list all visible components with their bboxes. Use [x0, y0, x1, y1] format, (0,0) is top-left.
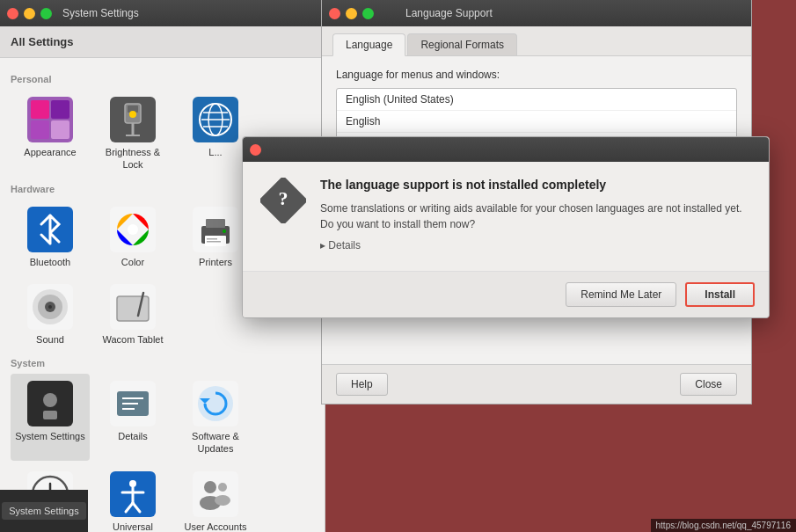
help-button[interactable]: Help [336, 373, 388, 396]
alert-details[interactable]: ▸ Details [320, 239, 751, 251]
window-title: System Settings [62, 7, 139, 19]
lang-max-btn[interactable] [362, 8, 374, 19]
sidebar-item-software[interactable]: Software & Updates [176, 374, 255, 461]
alert-icon: ? [260, 178, 306, 223]
alert-footer: Remind Me Later Install [243, 271, 769, 317]
sidebar-item-appearance[interactable]: Appearance [11, 90, 90, 177]
svg-rect-23 [207, 238, 217, 240]
taskbar: System Settings [0, 490, 88, 532]
details-icon [110, 381, 156, 426]
svg-point-58 [218, 483, 227, 492]
appearance-label: Appearance [24, 146, 76, 158]
universal-label: Universal Access [97, 521, 169, 532]
remind-later-button[interactable]: Remind Me Later [566, 282, 676, 307]
alert-message: Some translations or writing aids availa… [320, 200, 751, 232]
svg-rect-4 [51, 120, 69, 139]
sidebar-item-brightness[interactable]: Brightness & Lock [93, 90, 172, 177]
color-label: Color [121, 256, 144, 268]
lang-min-btn[interactable] [346, 8, 357, 19]
svg-point-34 [43, 393, 57, 407]
lang-title-bar: Language Support [322, 0, 751, 26]
install-button[interactable]: Install [685, 282, 755, 307]
brightness-icon [110, 97, 156, 142]
system-settings-label: System Settings [15, 430, 84, 442]
language-label: L... [208, 146, 222, 158]
lang-window-title: Language Support [405, 7, 493, 19]
accounts-label: User Accounts [185, 521, 247, 532]
svg-point-59 [215, 495, 230, 506]
svg-rect-24 [207, 241, 221, 243]
software-icon [193, 381, 238, 426]
alert-close-button[interactable] [250, 144, 261, 156]
svg-point-30 [48, 305, 52, 309]
accounts-icon [193, 471, 238, 517]
svg-point-8 [129, 111, 136, 118]
brightness-label: Brightness & Lock [97, 146, 169, 171]
minimize-button[interactable] [24, 8, 35, 19]
lang-item-en-us[interactable]: English (United States) [337, 89, 736, 111]
sound-label: Sound [36, 333, 64, 346]
lang-footer: Help Close [322, 364, 751, 404]
svg-rect-3 [31, 120, 49, 139]
tab-language[interactable]: Language [332, 33, 405, 56]
universal-icon [110, 471, 156, 517]
wacom-label: Wacom Tablet [102, 333, 163, 346]
bluetooth-icon [27, 207, 73, 252]
alert-title-bar [243, 137, 769, 162]
color-icon [110, 207, 156, 252]
alert-body: ? The language support is not installed … [243, 162, 769, 271]
sidebar-item-bluetooth[interactable]: Bluetooth [11, 200, 90, 273]
system-section-label: System [11, 358, 314, 368]
svg-text:?: ? [279, 187, 288, 209]
printers-label: Printers [199, 256, 232, 268]
lang-body-label: Language for menus and windows: [336, 69, 737, 81]
printers-icon [193, 207, 238, 252]
url-bar: https://blog.csdn.net/qq_45797116 [651, 519, 796, 532]
appearance-icon [27, 97, 73, 142]
sidebar-item-wacom[interactable]: Wacom Tablet [93, 277, 172, 351]
lang-close-button[interactable]: Close [680, 373, 737, 396]
taskbar-system-settings[interactable]: System Settings [2, 502, 85, 520]
language-icon [193, 97, 238, 142]
svg-rect-1 [31, 100, 49, 119]
alert-content: The language support is not installed co… [320, 178, 751, 255]
lang-close-btn[interactable] [329, 8, 340, 19]
details-label: Details [118, 430, 148, 442]
svg-point-18 [128, 224, 138, 235]
personal-section-label: Personal [11, 74, 314, 84]
svg-point-25 [223, 230, 226, 233]
sidebar-item-sound[interactable]: Sound [11, 277, 90, 351]
sidebar-item-accounts[interactable]: User Accounts [176, 464, 255, 532]
sound-icon [27, 284, 73, 330]
software-label: Software & Updates [179, 430, 252, 455]
svg-rect-21 [206, 219, 225, 228]
lang-item-en[interactable]: English [337, 111, 736, 133]
sidebar-item-color[interactable]: Color [93, 200, 172, 273]
close-button[interactable] [7, 8, 18, 19]
svg-rect-35 [43, 411, 57, 419]
settings-title-bar: System Settings [0, 0, 325, 26]
all-settings-button[interactable]: All Settings [11, 35, 74, 48]
bluetooth-label: Bluetooth [30, 256, 70, 268]
sidebar-item-details[interactable]: Details [93, 374, 172, 461]
alert-dialog: ? The language support is not installed … [242, 136, 770, 318]
svg-rect-2 [51, 100, 69, 119]
svg-point-56 [204, 481, 216, 493]
system-settings-icon [27, 381, 73, 426]
lang-tabs: Language Regional Formats [322, 26, 751, 56]
alert-title: The language support is not installed co… [320, 178, 751, 192]
svg-point-42 [198, 386, 233, 421]
tab-regional[interactable]: Regional Formats [407, 33, 517, 55]
svg-rect-32 [117, 296, 149, 321]
sidebar-item-system-settings[interactable]: System Settings [11, 374, 90, 461]
wacom-icon [110, 284, 156, 330]
svg-rect-55 [193, 471, 238, 517]
sidebar-item-universal[interactable]: Universal Access [93, 464, 172, 532]
all-settings-bar: All Settings [0, 26, 325, 58]
maximize-button[interactable] [40, 8, 52, 19]
